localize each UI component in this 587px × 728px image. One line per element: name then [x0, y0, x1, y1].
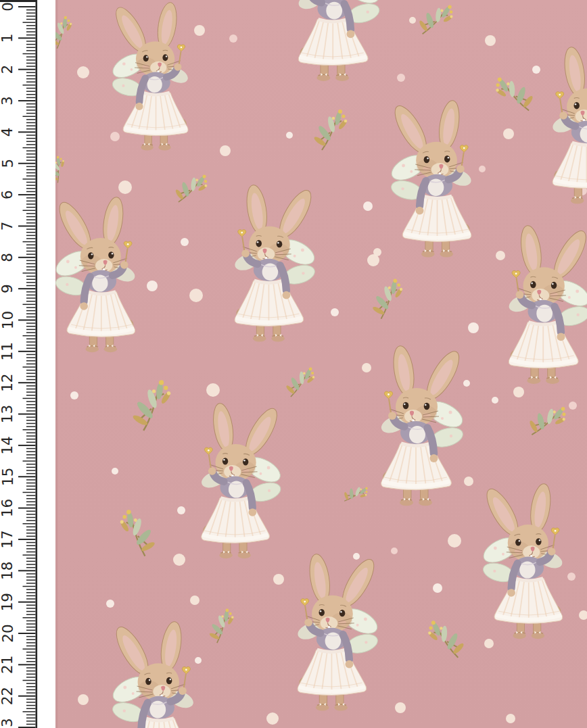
ruler-cm-tick	[18, 37, 36, 39]
ruler-mm-tick	[26, 50, 36, 51]
ruler-cm-tick	[18, 100, 36, 101]
polka-dot	[464, 477, 473, 486]
ruler-mm-tick	[26, 510, 36, 512]
ruler-number: 13	[0, 405, 16, 423]
ruler-mm-tick	[23, 272, 36, 274]
ruler-mm-tick	[26, 714, 36, 716]
ruler-cm-tick	[18, 508, 36, 509]
ruler-mm-tick	[23, 178, 36, 180]
ruler-mm-tick	[26, 692, 36, 694]
ruler-cm-tick	[18, 570, 36, 571]
ruler-mm-tick	[26, 203, 36, 205]
ruler-mm-tick	[26, 364, 36, 365]
ruler-mm-tick	[26, 326, 36, 327]
polka-dot	[181, 238, 189, 246]
ruler-mm-tick	[26, 489, 36, 490]
ruler-mm-tick	[26, 278, 36, 280]
ruler-cm-tick	[18, 664, 36, 665]
ruler-mm-tick	[26, 558, 36, 559]
ruler-number: 15	[0, 468, 16, 486]
ruler-mm-tick	[26, 498, 36, 500]
ruler-cm-tick	[18, 163, 36, 164]
ruler-mm-tick	[26, 266, 36, 268]
ruler-mm-tick	[26, 235, 36, 237]
ruler-mm-tick	[26, 514, 36, 515]
ruler-mm-tick	[26, 157, 36, 158]
ruler-mm-tick	[26, 502, 36, 503]
ruler-number: 20	[0, 624, 16, 642]
ruler-cm-tick	[18, 476, 36, 477]
ruler-mm-tick	[26, 592, 36, 593]
polka-dot	[492, 397, 498, 404]
ruler-mm-tick	[26, 627, 36, 628]
ruler-mm-tick	[26, 717, 36, 719]
polka-dot	[484, 639, 494, 648]
ruler-mm-tick	[26, 329, 36, 331]
ruler-cm-tick	[18, 633, 36, 634]
ruler-number: 23	[0, 718, 16, 728]
ruler-number: 18	[0, 562, 16, 580]
ruler-mm-tick	[26, 291, 36, 293]
ruler-mm-tick	[26, 270, 36, 271]
ruler-mm-tick	[26, 533, 36, 534]
polka-dot	[485, 35, 496, 46]
ruler-mm-tick	[26, 433, 36, 434]
ruler-mm-tick	[26, 213, 36, 214]
ruler-mm-tick	[26, 410, 36, 412]
ruler-mm-tick	[26, 395, 36, 396]
ruler-mm-tick	[26, 724, 36, 725]
ruler-mm-tick	[26, 176, 36, 177]
polka-dot	[266, 712, 279, 725]
ruler-mm-tick	[26, 110, 36, 111]
ruler-mm-tick	[26, 228, 36, 230]
polka-dot	[496, 251, 505, 260]
ruler-mm-tick	[26, 144, 36, 145]
ruler-mm-tick	[26, 222, 36, 224]
ruler-mm-tick	[26, 467, 36, 468]
ruler-end-edge	[0, 0, 37, 2]
ruler-mm-tick	[26, 276, 36, 277]
ruler-number: 9	[0, 284, 16, 293]
ruler-mm-tick	[26, 207, 36, 208]
ruler-mm-tick	[26, 401, 36, 402]
ruler-mm-tick	[26, 464, 36, 465]
ruler-mm-tick	[26, 28, 36, 30]
polka-dot	[362, 363, 371, 372]
ruler-mm-tick	[26, 611, 36, 612]
ruler-mm-tick	[23, 241, 36, 243]
ruler-mm-tick	[26, 426, 36, 427]
ruler-mm-tick	[26, 316, 36, 318]
ruler-mm-tick	[26, 373, 36, 374]
ruler-number: 11	[0, 342, 16, 360]
ruler-mm-tick	[26, 97, 36, 99]
ruler-mm-tick	[26, 520, 36, 521]
ruler-mm-tick	[26, 339, 36, 340]
ruler-mm-tick	[26, 128, 36, 130]
ruler-cm-tick	[18, 382, 36, 383]
ruler-mm-tick	[23, 84, 36, 86]
ruler-mm-tick	[26, 347, 36, 349]
ruler-mm-tick	[23, 429, 36, 431]
ruler-mm-tick	[26, 583, 36, 584]
ruler-mm-tick	[26, 451, 36, 452]
polka-dot	[397, 74, 405, 82]
polka-dot	[506, 714, 515, 723]
ruler-mm-tick	[23, 304, 36, 306]
ruler-mm-tick	[26, 652, 36, 653]
ruler-mm-tick	[26, 608, 36, 609]
ruler-mm-tick	[26, 135, 36, 136]
ruler-mm-tick	[26, 646, 36, 647]
ruler-mm-tick	[26, 483, 36, 484]
ruler-mm-tick	[26, 332, 36, 333]
ruler-mm-tick	[26, 473, 36, 475]
ruler-mm-tick	[26, 389, 36, 390]
ruler-number: 1	[0, 34, 16, 43]
polka-dot	[409, 17, 416, 24]
ruler-number: 0	[0, 2, 16, 11]
ruler-number: 16	[0, 499, 16, 517]
ruler-mm-tick	[26, 238, 36, 239]
ruler-mm-tick	[26, 623, 36, 625]
polka-dot	[331, 308, 339, 316]
polka-dot	[177, 506, 185, 514]
ruler-mm-tick	[26, 345, 36, 346]
